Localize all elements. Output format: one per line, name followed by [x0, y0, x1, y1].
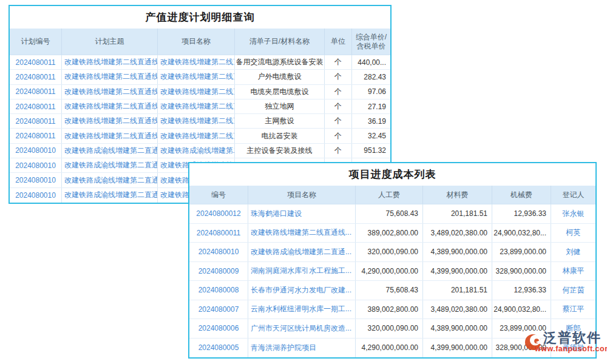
project-name-link[interactable]: 改建铁路线增建第二线直通线 [158, 99, 235, 113]
col-unit: 单位 [325, 29, 352, 55]
unit-price-value: 951.32 [352, 144, 390, 158]
labor-cost-value: 389,002,800.00 [356, 224, 423, 243]
plan-subject-link[interactable]: 改建铁路成渝线增建第二直通 [62, 173, 158, 187]
material-cost-value: 201,181.51 [423, 204, 492, 223]
project-name-link[interactable]: 云南水利枢纽潜明水库一期工... [248, 300, 356, 319]
unit-value: 个 [325, 114, 352, 128]
registrant-link[interactable]: 刘健 [551, 243, 595, 261]
fanpu-url-text: www.fanpusoft.com [535, 345, 607, 353]
project-name-link[interactable]: 改建铁路线增建第二线直通线 [158, 114, 235, 128]
col-item-material: 清单子目/材料名称 [235, 29, 325, 55]
plan-no-link[interactable]: 2024080011 [10, 129, 62, 143]
item-name: 独立地网 [235, 99, 325, 113]
labor-cost-value: 320,000,090.00 [356, 243, 423, 261]
project-name-link[interactable]: 改建铁路线增建第二线直通线 [158, 70, 235, 84]
registrant-link[interactable]: 林康平 [551, 262, 595, 281]
col-registrant: 登记人 [551, 186, 595, 204]
registrant-link[interactable]: 张永银 [551, 204, 595, 223]
plan-no-link[interactable]: 2024080011 [10, 114, 62, 128]
table-row: 20240800012 珠海鹤港口建设 75,608.43 201,181.51… [189, 204, 595, 224]
plan-no-link[interactable]: 2024080010 [10, 173, 62, 187]
cost-no-link[interactable]: 2024080007 [189, 300, 248, 319]
table1-title-bar: 产值进度计划明细查询 [10, 6, 390, 29]
registrant-link[interactable]: 蔡江平 [551, 300, 595, 319]
project-name-link[interactable]: 改建铁路成渝线增建第二直通... [248, 243, 356, 261]
table-row: 2024080007 云南水利枢纽潜明水库一期工... 389,002,800.… [189, 300, 595, 320]
cost-no-link[interactable]: 20240800011 [189, 224, 248, 243]
unit-price-value: 282.43 [352, 70, 390, 84]
item-name: 主控设备安装及接线 [235, 144, 325, 158]
item-name: 电缆夹层电缆敷设 [235, 85, 325, 99]
unit-value: 个 [325, 99, 352, 113]
table2-title: 项目进度成本列表 [349, 167, 436, 181]
plan-subject-link[interactable]: 改建铁路线增建第二线直通线 [62, 129, 158, 143]
labor-cost-value: 75,608.43 [356, 281, 423, 300]
table-row: 2024080009 湖南洞庭湖水库引水工程施工... 4,290,000,00… [189, 262, 595, 281]
project-name-link[interactable]: 湖南洞庭湖水库引水工程施工... [248, 262, 356, 281]
plan-subject-link[interactable]: 改建铁路线增建第二线直通线 [62, 114, 158, 128]
project-name-link[interactable]: 改建铁路成渝线增建第二直通 [158, 144, 235, 158]
col-material-cost: 材料费 [423, 186, 492, 204]
unit-value: 个 [325, 144, 352, 158]
col-machine-cost: 机械费 [492, 186, 551, 204]
material-cost-value: 4,399,900,000.00 [423, 339, 492, 358]
plan-subject-link[interactable]: 改建铁路成渝线增建第二直通 [62, 188, 158, 203]
unit-price-value: 97.06 [352, 85, 390, 99]
col-labor-cost: 人工费 [356, 186, 423, 204]
project-name-link[interactable]: 改建铁路线增建第二线直通线... [248, 224, 356, 243]
plan-subject-link[interactable]: 改建铁路线增建第二线直通线 [62, 99, 158, 113]
plan-subject-link[interactable]: 改建铁路线增建第二线直通线 [62, 85, 158, 99]
material-cost-value: 4,389,900,000.00 [423, 319, 492, 338]
project-name-link[interactable]: 青海洪湖养护院项目 [248, 339, 356, 358]
project-name-link[interactable]: 长春市伊通河水力发电厂改建... [248, 281, 356, 300]
fanpu-watermark: 泛普软件 www.fanpusoft.com [524, 330, 607, 353]
item-name: 电抗器安装 [235, 129, 325, 143]
machine-cost-value: 23,899,000.00 [492, 243, 551, 261]
unit-value: 个 [325, 70, 352, 84]
labor-cost-value: 4,290,000,000.00 [356, 262, 423, 281]
machine-cost-value: 328,900,000.00 [492, 262, 551, 281]
plan-no-link[interactable]: 2024080010 [10, 188, 62, 203]
table1-title: 产值进度计划明细查询 [146, 10, 255, 24]
table-row: 2024080011 改建铁路线增建第二线直通线 改建铁路线增建第二线直通线 备… [10, 55, 390, 70]
project-name-link[interactable]: 改建铁路线增建第二线直通线 [158, 129, 235, 143]
plan-subject-link[interactable]: 改建铁路线增建第二线直通线 [62, 55, 158, 69]
fanpu-brand-text: 泛普软件 [543, 330, 607, 346]
cost-no-link[interactable]: 20240800012 [189, 204, 248, 223]
project-name-link[interactable]: 珠海鹤港口建设 [248, 204, 356, 223]
cost-no-link[interactable]: 2024080009 [189, 262, 248, 281]
table-row: 2024080011 改建铁路线增建第二线直通线 改建铁路线增建第二线直通线 电… [10, 85, 390, 99]
machine-cost-value: 12,936.33 [492, 281, 551, 300]
item-name: 户外电缆敷设 [235, 70, 325, 84]
registrant-link[interactable]: 柯英 [551, 224, 595, 243]
cost-no-link[interactable]: 2024080010 [189, 243, 248, 261]
col-project-name: 项目名称 [248, 186, 356, 204]
table-row: 2024080011 改建铁路线增建第二线直通线 改建铁路线增建第二线直通线 户… [10, 70, 390, 84]
labor-cost-value: 4,290,000,000.00 [356, 339, 423, 358]
plan-no-link[interactable]: 2024080010 [10, 144, 62, 158]
project-progress-cost-table: 项目进度成本列表 编号 项目名称 人工费 材料费 机械费 登记人 2024080… [188, 162, 597, 359]
cost-no-link[interactable]: 2024080006 [189, 319, 248, 338]
table-row: 2024080011 改建铁路线增建第二线直通线 改建铁路线增建第二线直通线 主… [10, 114, 390, 129]
material-cost-value: 4,389,900,000.00 [423, 243, 492, 261]
plan-no-link[interactable]: 2024080011 [10, 99, 62, 113]
plan-subject-link[interactable]: 改建铁路成渝线增建第二直通 [62, 144, 158, 158]
machine-cost-value: 24,900,032,80... [492, 300, 551, 319]
unit-value: 个 [325, 129, 352, 143]
labor-cost-value: 389,002,800.00 [356, 300, 423, 319]
fanpu-watermark-texts: 泛普软件 www.fanpusoft.com [543, 330, 607, 353]
project-name-link[interactable]: 广州市天河区统计局机房改造... [248, 319, 356, 338]
project-name-link[interactable]: 改建铁路线增建第二线直通线 [158, 55, 235, 69]
plan-no-link[interactable]: 2024080011 [10, 70, 62, 84]
registrant-link[interactable]: 何芷茵 [551, 281, 595, 300]
plan-subject-link[interactable]: 改建铁路成渝线增建第二直通 [62, 158, 158, 172]
plan-no-link[interactable]: 2024080011 [10, 85, 62, 99]
plan-no-link[interactable]: 2024080010 [10, 158, 62, 172]
plan-subject-link[interactable]: 改建铁路线增建第二线直通线 [62, 70, 158, 84]
plan-no-link[interactable]: 2024080011 [10, 55, 62, 69]
project-name-link[interactable]: 改建铁路线增建第二线直通线 [158, 85, 235, 99]
material-cost-value: 201,181.51 [423, 281, 492, 300]
cost-no-link[interactable]: 2024080005 [189, 339, 248, 358]
cost-no-link[interactable]: 2024080008 [189, 281, 248, 300]
table-row: 2024080010 改建铁路成渝线增建第二直通 改建铁路成渝线增建第二直通 主… [10, 144, 390, 158]
